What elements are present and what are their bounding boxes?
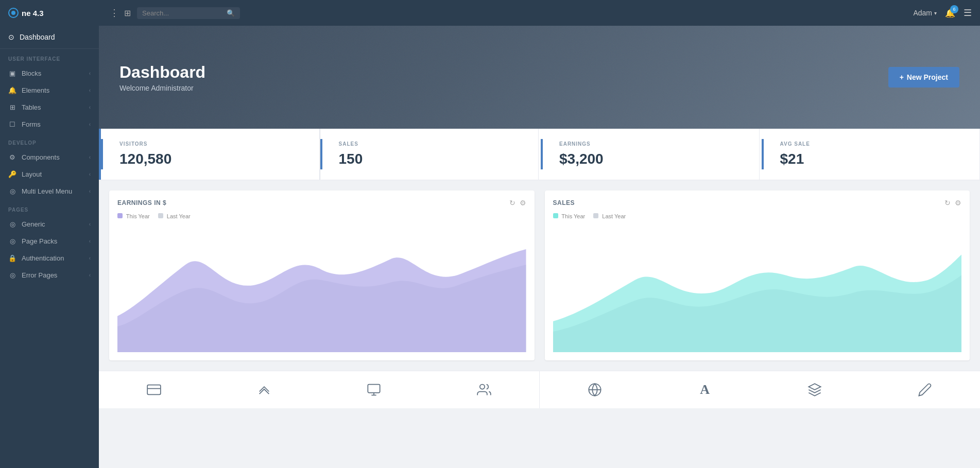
earnings-chart-title: EARNINGS IN $ xyxy=(117,199,166,206)
sidebar-section-user-interface: USER INTERFACE ▣ Blocks ‹ 🔔 Elements ‹ ⊞… xyxy=(0,49,99,133)
legend-last-year-sales: Last Year xyxy=(593,213,626,219)
stat-label-avg-sale: AVG SALE xyxy=(780,141,966,147)
legend-this-year-sales: This Year xyxy=(553,213,586,219)
wallet-icon[interactable] xyxy=(144,379,164,400)
chevron-right-icon: ‹ xyxy=(89,221,91,227)
error-pages-icon: ◎ xyxy=(8,271,16,279)
hamburger-icon[interactable]: ☰ xyxy=(964,7,972,19)
layout-icon: 🔑 xyxy=(8,170,16,178)
chevron-right-icon: ‹ xyxy=(89,171,91,177)
sidebar-item-blocks[interactable]: ▣ Blocks ‹ xyxy=(0,65,99,82)
chevron-right-icon: ‹ xyxy=(89,71,91,76)
stat-value-avg-sale: $21 xyxy=(780,151,966,167)
sidebar-item-elements[interactable]: 🔔 Elements ‹ xyxy=(0,82,99,99)
grid-icon[interactable]: ⊞ xyxy=(124,8,131,18)
legend-label-this-year: This Year xyxy=(126,213,150,219)
search-icon: 🔍 xyxy=(227,9,235,17)
sidebar-label-elements: Elements xyxy=(22,86,49,94)
main-content: Dashboard Welcome Administrator + New Pr… xyxy=(99,26,980,468)
earnings-chart-actions: ↻ ⚙ xyxy=(509,199,526,207)
settings-icon[interactable]: ⚙ xyxy=(955,199,961,207)
earnings-chart-card: EARNINGS IN $ ↻ ⚙ This Year Last Year xyxy=(109,190,535,360)
bottom-icons-right: A xyxy=(540,371,980,408)
sidebar-item-generic[interactable]: ◎ Generic ‹ xyxy=(0,216,99,233)
user-menu[interactable]: Adam ▾ xyxy=(913,9,937,17)
refresh-icon[interactable]: ↻ xyxy=(944,199,951,207)
app-name: ne 4.3 xyxy=(22,9,44,18)
sidebar-label-forms: Forms xyxy=(22,120,41,128)
authentication-icon: 🔒 xyxy=(8,254,16,262)
chevron-right-icon: ‹ xyxy=(89,105,91,110)
stat-value-earnings: $3,200 xyxy=(559,151,745,167)
svg-marker-7 xyxy=(809,384,821,390)
monitor-icon[interactable] xyxy=(364,379,384,400)
layers-icon[interactable] xyxy=(804,379,825,400)
hero-banner: Dashboard Welcome Administrator + New Pr… xyxy=(99,26,980,129)
stat-label-visitors: VISITORS xyxy=(119,141,305,147)
hero-text: Dashboard Welcome Administrator xyxy=(119,63,205,92)
chevron-right-icon: ‹ xyxy=(89,88,91,93)
charts-row: EARNINGS IN $ ↻ ⚙ This Year Last Year xyxy=(99,180,980,371)
stats-row: VISITORS 120,580 SALES 150 EARNINGS $3,2… xyxy=(99,129,980,180)
notification-count: 6 xyxy=(950,5,958,13)
stat-value-sales: 150 xyxy=(339,151,524,167)
pencil-icon[interactable] xyxy=(915,379,935,400)
sidebar-item-error-pages[interactable]: ◎ Error Pages ‹ xyxy=(0,267,99,284)
users-icon[interactable] xyxy=(474,379,494,400)
chevron-right-icon: ‹ xyxy=(89,188,91,194)
dashboard-icon: ⊙ xyxy=(8,33,14,41)
sidebar-label-blocks: Blocks xyxy=(22,70,41,77)
stat-sales: SALES 150 xyxy=(320,129,539,180)
logo-icon xyxy=(8,8,19,18)
earnings-chart-header: EARNINGS IN $ ↻ ⚙ xyxy=(117,199,526,207)
chevron-right-icon: ‹ xyxy=(89,122,91,127)
multilevel-icon: ◎ xyxy=(8,187,16,195)
sidebar-item-tables[interactable]: ⊞ Tables ‹ xyxy=(0,99,99,116)
sidebar-label-tables: Tables xyxy=(22,103,41,111)
sidebar-label-authentication: Authentication xyxy=(22,254,64,262)
topbar-icons: ⋮ ⊞ xyxy=(110,7,131,19)
notification-bell[interactable]: 🔔 6 xyxy=(945,8,955,18)
topbar-left: ne 4.3 ⋮ ⊞ 🔍 xyxy=(8,7,240,19)
elements-icon: 🔔 xyxy=(8,86,16,94)
stat-value-visitors: 120,580 xyxy=(119,151,305,167)
chevron-up-icon[interactable] xyxy=(254,379,274,400)
tables-icon: ⊞ xyxy=(8,103,16,111)
svg-rect-0 xyxy=(147,385,161,395)
search-input[interactable] xyxy=(142,9,222,17)
refresh-icon[interactable]: ↻ xyxy=(509,199,515,207)
sales-chart-legend: This Year Last Year xyxy=(553,213,962,219)
legend-label-last-year: Last Year xyxy=(167,213,191,219)
components-icon: ⚙ xyxy=(8,153,16,161)
hero-subtitle: Welcome Administrator xyxy=(119,84,205,92)
topbar-right: Adam ▾ 🔔 6 ☰ xyxy=(913,7,972,19)
sidebar-item-multilevel[interactable]: ◎ Multi Level Menu ‹ xyxy=(0,183,99,200)
dots-icon[interactable]: ⋮ xyxy=(110,7,119,19)
sidebar-dashboard[interactable]: ⊙ Dashboard xyxy=(0,26,99,49)
search-bar: 🔍 xyxy=(137,7,240,19)
sidebar-label-layout: Layout xyxy=(22,170,42,178)
sidebar: ⊙ Dashboard USER INTERFACE ▣ Blocks ‹ 🔔 … xyxy=(0,26,99,468)
new-project-button[interactable]: + New Project xyxy=(888,67,959,88)
sidebar-item-page-packs[interactable]: ◎ Page Packs ‹ xyxy=(0,233,99,250)
section-label-develop: DEVELOP xyxy=(0,133,99,149)
sidebar-item-layout[interactable]: 🔑 Layout ‹ xyxy=(0,166,99,183)
settings-icon[interactable]: ⚙ xyxy=(520,199,526,207)
chevron-right-icon: ‹ xyxy=(89,154,91,160)
generic-icon: ◎ xyxy=(8,220,16,228)
legend-dot-this-year-sales xyxy=(553,213,558,218)
sidebar-label-error-pages: Error Pages xyxy=(22,271,57,279)
wordpress-icon[interactable] xyxy=(584,379,605,400)
svg-rect-1 xyxy=(368,385,380,393)
earnings-chart-legend: This Year Last Year xyxy=(117,213,526,219)
page-packs-icon: ◎ xyxy=(8,237,16,245)
sales-chart-header: SALES ↻ ⚙ xyxy=(553,199,962,207)
earnings-chart-svg xyxy=(117,223,526,352)
sidebar-label-multilevel: Multi Level Menu xyxy=(22,187,72,195)
sidebar-item-authentication[interactable]: 🔒 Authentication ‹ xyxy=(0,250,99,267)
sales-chart-svg xyxy=(553,223,962,352)
chevron-down-icon: ▾ xyxy=(934,10,937,16)
letter-a-icon[interactable]: A xyxy=(695,379,715,400)
sidebar-item-components[interactable]: ⚙ Components ‹ xyxy=(0,149,99,166)
sidebar-item-forms[interactable]: ☐ Forms ‹ xyxy=(0,116,99,133)
